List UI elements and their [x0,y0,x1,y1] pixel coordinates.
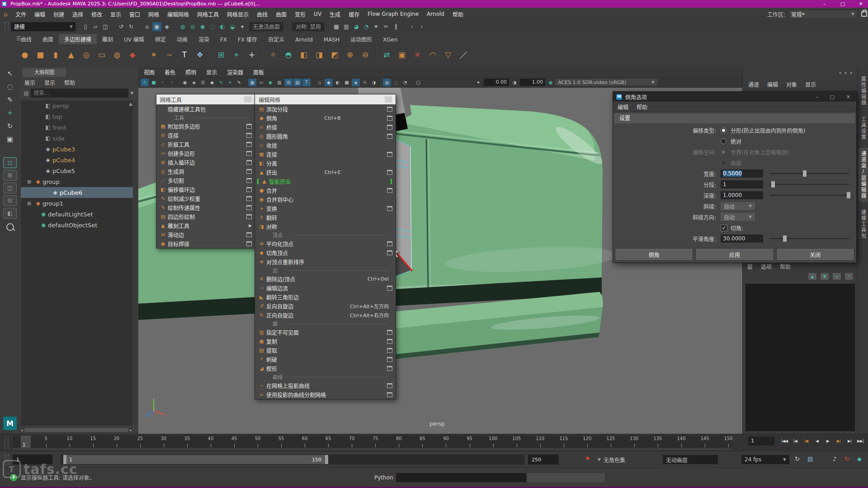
menu-item[interactable]: 选择 [68,10,87,18]
option-box-icon[interactable] [246,124,252,129]
field-chart-icon[interactable]: ⊞ [284,79,292,86]
dock-vertical-tab[interactable]: 建模工具包 [859,206,868,242]
gamma-field[interactable]: 1.00 [520,79,545,86]
shelf-tab[interactable]: 雕刻 [97,34,118,44]
home-icon[interactable]: ⌂ [4,10,8,18]
option-box-icon[interactable] [246,151,252,156]
slider-handle[interactable] [847,192,850,198]
option-box-icon[interactable] [387,134,392,139]
snap-to-view-plane-icon[interactable]: ◐ [218,22,227,31]
outliner-title[interactable]: 大纲视图 [23,68,66,77]
menu-item[interactable]: ／多切割 [156,176,255,185]
menu-item[interactable]: ⊞插入循环边 [156,158,255,167]
script-editor-icon[interactable]: ▤ [807,455,813,462]
channel-manip-fast-icon[interactable]: ▾ [850,70,852,75]
poly-torus-icon[interactable]: ◎ [80,48,93,61]
menu-item[interactable]: 帮助 [448,10,467,18]
channel-box-menu-item[interactable]: 显示 [805,80,816,88]
textured-icon[interactable]: ▩ [343,79,351,86]
active-surface-field[interactable]: 无激活曲面 [249,22,283,31]
shelf-tab[interactable]: FX [215,35,232,44]
option-box-icon[interactable] [387,107,392,112]
snap-center-icon[interactable]: + [226,79,234,86]
poly-cube-icon[interactable]: ■ [33,48,47,61]
status-icon[interactable] [139,23,139,30]
shelf-icon[interactable] [143,49,143,61]
lock-camera-icon[interactable]: ◈ [190,79,198,86]
annotate-icon[interactable]: ✎ [235,79,243,86]
select-by-component-icon[interactable]: ◈ [162,22,171,31]
option-box-icon[interactable] [387,116,392,121]
layout-single-pane[interactable]: ◻ [3,157,17,168]
menu-item[interactable]: ▥指定不可见面 [255,328,396,337]
lighting-icon[interactable]: ◐ [334,79,342,86]
menu-item[interactable]: ◨对称 [255,222,396,231]
layout-two-pane-side[interactable]: ◫ [3,183,17,193]
go-to-start-button[interactable]: |◀◀ [779,436,790,446]
create-svg-icon[interactable]: ❖ [193,48,207,61]
layer-editor-menu-item[interactable]: 帮助 [780,263,791,270]
select-highlight-icon[interactable]: A [141,79,149,86]
select-by-object-icon[interactable]: ▣ [152,22,161,31]
option-box-icon[interactable] [246,232,252,237]
dock-vertical-tab[interactable]: 工具设置 [859,113,868,143]
outliner-item[interactable]: ⊞◆group [21,176,133,187]
audio-icon[interactable]: ♪ [833,455,836,462]
outliner-item[interactable]: ⊞◆group1 [21,198,133,209]
dock-vertical-tab[interactable]: 通道盒/层编辑器 [859,148,868,202]
new-layer-from-selected-icon[interactable]: * [845,273,853,280]
expand-toggle[interactable]: ⊞ [27,179,33,185]
menu-item[interactable]: ◧分离 [255,159,396,168]
menu-item[interactable]: 曲面 [272,10,291,18]
menu-item[interactable]: 窗口 [125,10,144,18]
camera-attributes-icon[interactable]: ☰ [199,79,207,86]
menu-item[interactable]: ◉合并到中心 [255,195,396,204]
option-box-icon[interactable] [246,178,252,183]
scrollbar-thumb[interactable] [24,428,129,432]
menu-item[interactable]: +变换 [255,204,396,213]
separate-icon[interactable]: ⊖ [359,48,372,61]
lock-workspace-icon[interactable] [861,11,867,17]
option-box-icon[interactable] [246,142,252,147]
select-by-hierarchy-icon[interactable]: ⌂ [142,22,151,31]
symmetry-field[interactable]: 对称: 禁用 [292,22,325,31]
apply-button[interactable]: 应用 [695,248,774,261]
layout-two-pane-stacked[interactable]: ⊟ [3,195,17,206]
snap-to-curve-icon[interactable]: ◎ [188,22,197,31]
menu-item[interactable]: ▦附加到多边形 [156,122,255,131]
status-icon[interactable] [113,23,113,30]
menu-item[interactable]: 边 [255,266,396,274]
render-current-frame-icon[interactable]: ◕ [352,22,361,31]
menu-item[interactable]: 曲线 [253,10,272,18]
segments-slider[interactable] [769,180,849,188]
segments-field[interactable]: 1 [721,180,763,188]
shelf-tab[interactable]: 动画 [171,34,193,44]
viewport-toolbar-icon[interactable] [178,80,179,85]
menu-item[interactable]: 编辑 [30,10,49,18]
expand-toggle[interactable]: ⊞ [27,201,33,206]
gamma-icon[interactable]: ◑ [510,79,519,86]
dock-vertical-tab[interactable]: 属性编辑器 [859,73,868,109]
option-box-icon[interactable] [387,152,392,157]
menu-item[interactable]: UV [310,11,326,17]
view-transform-dropdown[interactable]: ACES 1.0 SDR-video (sRGB) ▼ [555,79,657,86]
shaded-icon[interactable]: ◆ [325,79,333,86]
paint-select-tool[interactable]: ✎ [0,93,20,106]
shelf-tab[interactable]: 渲染 [193,34,215,44]
select-tool[interactable]: ↖ [0,67,20,80]
range-track[interactable]: 1 150 [61,455,524,465]
filter-icon[interactable]: ▤ [22,90,31,96]
track-tool-icon[interactable]: + [159,79,167,86]
character-set-dropdown[interactable]: ▼ 无角色集 [598,455,625,464]
snap-to-projected-center-icon[interactable]: ◌ [208,22,217,31]
dialog-menu-item[interactable]: 编辑 [618,103,628,111]
dialog-window-button[interactable]: – [816,94,818,100]
snap-to-point-icon[interactable]: ◉ [198,22,207,31]
shelf-tab[interactable]: 多边形建模 [59,34,97,44]
hud-icon[interactable]: T [302,79,311,86]
option-box-icon[interactable] [387,170,392,175]
menu-title-bar[interactable]: 网格工具 [156,94,255,104]
snap-align-icon[interactable]: ⌖ [230,48,243,61]
poly-cylinder-icon[interactable]: ▮ [49,48,62,61]
anim-layer-dropdown[interactable]: 无动画层 [663,455,718,464]
